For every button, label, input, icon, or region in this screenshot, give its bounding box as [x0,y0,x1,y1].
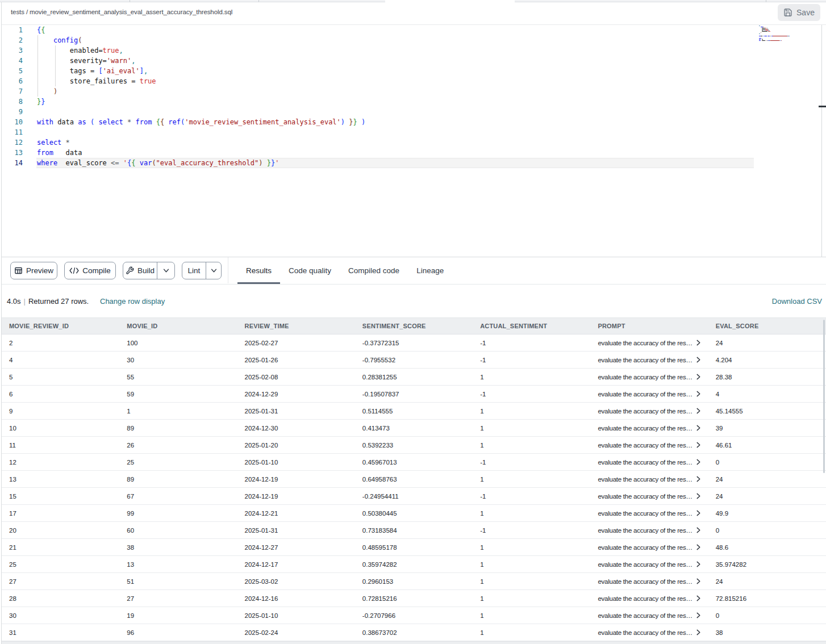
table-cell: 49.9 [708,505,826,521]
prompt-expand-icon[interactable] [696,459,701,465]
table-cell: evaluate the accuracy of the res… [590,573,708,589]
cell-value: 25 [127,459,134,466]
cell-value: 39 [716,425,723,432]
cell-value: 21 [9,544,16,551]
cell-value: 89 [127,476,134,483]
toolbar-buttons: PreviewCompileBuildLint [10,262,222,279]
overview-ruler-border [821,25,822,257]
table-cell: 0 [708,522,826,538]
minimap[interactable] [759,26,821,60]
lint-button[interactable]: Lint [182,262,222,279]
cell-value: 2025-01-26 [245,357,278,363]
lint-button-label: Lint [188,266,201,275]
table-cell: 13 [2,471,119,487]
prompt-expand-icon[interactable] [696,510,701,516]
table-cell: 10 [2,420,119,436]
prompt-expand-icon[interactable] [696,374,701,380]
cell-value: 1 [480,612,483,619]
code-line: 8}} [2,97,757,107]
table-header-cell: REVIEW_TIME [237,318,355,334]
table-cell: -1 [473,386,590,402]
cell-value: evaluate the accuracy of the res… [598,459,692,466]
lint-dropdown-toggle[interactable] [206,262,221,279]
table-cell: -0.24954411 [355,488,473,504]
tab-compiled-code[interactable]: Compiled code [340,257,408,284]
prompt-expand-icon[interactable] [696,629,701,635]
cell-value: -0.7955532 [362,357,395,363]
lint-button-main[interactable]: Lint [182,262,206,279]
code-area[interactable]: 1{{2 config(3 enabled=true,4 severity='w… [2,25,757,257]
save-button[interactable]: Save [778,4,820,21]
table-bottom-scrollbar-track[interactable] [2,641,826,644]
cell-value: 1 [480,578,483,585]
prompt-expand-icon[interactable] [696,544,701,550]
tab-lineage[interactable]: Lineage [408,257,452,284]
build-dropdown-toggle[interactable] [157,262,174,279]
tab-code-quality[interactable]: Code quality [280,257,340,284]
prompt-expand-icon[interactable] [696,391,701,397]
prompt-expand-icon[interactable] [696,442,701,448]
minimap-line [762,31,767,32]
table-row: 4302025-01-26-0.7955532-1evaluate the ac… [2,352,826,369]
cell-value: -1 [480,527,486,534]
line-number: 12 [2,137,23,148]
cell-value: 0 [716,527,719,534]
table-vertical-scrollbar[interactable] [823,320,825,473]
file-tab-partial[interactable] [515,0,826,2]
code-line: 12select * [2,137,757,148]
table-cell: 1 [473,403,590,419]
cell-value: 0.35974282 [362,561,397,568]
prompt-expand-icon[interactable] [696,612,701,618]
file-tab-separator [130,0,130,2]
table-cell: -1 [473,454,590,470]
prompt-expand-icon[interactable] [696,561,701,567]
cell-value: 0 [716,612,719,619]
table-cell: 38 [708,624,826,641]
cell-value: 24 [716,340,723,346]
cell-value: 1 [480,476,483,483]
cell-value: 99 [127,510,134,517]
save-icon [783,8,792,17]
prompt-expand-icon[interactable] [696,527,701,533]
code-editor[interactable]: 1{{2 config(3 enabled=true,4 severity='w… [2,25,826,257]
prompt-expand-icon[interactable] [696,476,701,482]
code-line-text: tags = ['ai_eval'], [37,66,148,76]
file-tab-partial[interactable] [0,0,385,2]
preview-button[interactable]: Preview [10,262,57,279]
code-line: 13from data [2,148,757,158]
prompt-expand-icon[interactable] [696,493,701,499]
table-row: 912025-01-310.51145551evaluate the accur… [2,403,826,420]
compile-button[interactable]: Compile [64,262,116,279]
cell-value: evaluate the accuracy of the res… [598,442,692,449]
table-row: 11262025-01-200.53922331evaluate the acc… [2,437,826,454]
cell-value: 89 [127,425,134,432]
table-cell: 2025-03-02 [237,573,355,589]
table-cell: 1 [473,607,590,624]
prompt-expand-icon[interactable] [696,595,701,601]
table-header-cell: ACTUAL_SENTIMENT [473,318,590,334]
prompt-expand-icon[interactable] [696,578,701,584]
prompt-expand-icon[interactable] [696,357,701,363]
compile-button-main[interactable]: Compile [65,262,115,279]
table-cell: evaluate the accuracy of the res… [590,590,708,607]
cell-value: evaluate the accuracy of the res… [598,561,692,568]
change-row-display-link[interactable]: Change row display [100,285,165,318]
cell-value: -1 [480,340,486,346]
prompt-expand-icon[interactable] [696,425,701,431]
table-cell: evaluate the accuracy of the res… [590,624,708,641]
minimap-line [773,36,787,36]
table-header-cell: EVAL_SCORE [708,318,826,334]
build-button[interactable]: Build [123,262,175,279]
build-button-main[interactable]: Build [123,262,157,279]
cell-value: 0.28381255 [362,374,397,380]
table-row: 31962025-02-240.386737021evaluate the ac… [2,624,826,641]
download-csv-link[interactable]: Download CSV [772,285,822,318]
code-line-text: from data [37,148,82,158]
table-row: 17992024-12-210.503804451evaluate the ac… [2,505,826,522]
table-cell: 59 [119,386,237,402]
prompt-expand-icon[interactable] [696,340,701,346]
prompt-expand-icon[interactable] [696,408,701,414]
tab-results[interactable]: Results [237,257,280,284]
table-cell: 28.38 [708,369,826,385]
preview-button-main[interactable]: Preview [11,262,57,279]
